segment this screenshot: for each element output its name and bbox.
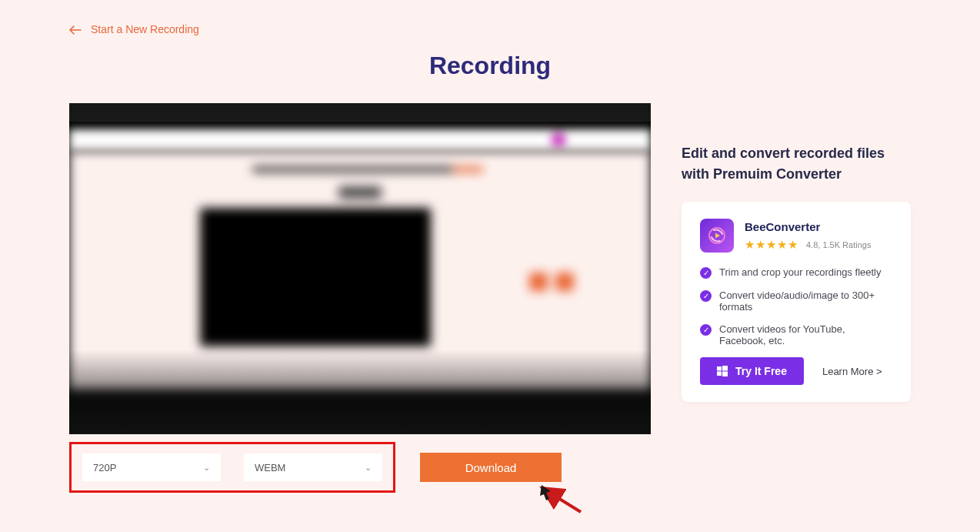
resolution-select[interactable]: 720P ⌄ [82,453,221,481]
chevron-down-icon: ⌄ [203,463,210,473]
feature-item: ✓Convert video/audio/image to 300+ forma… [700,289,892,313]
back-link-label: Start a New Recording [91,23,199,35]
try-free-button[interactable]: Try It Free [700,357,804,385]
svg-rect-4 [717,372,722,376]
svg-rect-3 [722,366,728,371]
star-rating-icon: ★★★★★ [745,238,798,252]
product-name: BeeConverter [745,220,871,233]
check-icon: ✓ [700,267,712,279]
svg-rect-5 [722,372,728,377]
check-icon: ✓ [700,324,712,336]
beeconverter-logo-icon [700,219,734,253]
chevron-down-icon: ⌄ [365,463,372,473]
recording-preview [69,103,651,434]
rating-text: 4.8, 1.5K Ratings [806,240,871,249]
format-value: WEBM [255,462,285,473]
feature-item: ✓Trim and crop your recordings fleetly [700,266,892,279]
learn-more-link[interactable]: Learn More > [822,366,882,377]
feature-item: ✓Convert videos for YouTube, Facebook, e… [700,323,892,346]
windows-icon [717,366,728,376]
arrow-left-icon [69,25,82,34]
format-select[interactable]: WEBM ⌄ [244,453,382,481]
promo-heading: Edit and convert recorded files with Pre… [682,143,911,185]
try-free-label: Try It Free [735,365,787,377]
options-highlight: 720P ⌄ WEBM ⌄ [69,442,395,493]
promo-card: BeeConverter ★★★★★ 4.8, 1.5K Ratings ✓Tr… [682,202,911,402]
check-icon: ✓ [700,290,712,302]
svg-marker-1 [715,233,720,239]
page-title: Recording [31,52,949,80]
resolution-value: 720P [93,462,116,473]
back-link[interactable]: Start a New Recording [69,23,199,35]
download-button-label: Download [465,461,517,474]
download-button[interactable]: Download [420,453,562,482]
svg-rect-2 [717,366,722,371]
feature-list: ✓Trim and crop your recordings fleetly ✓… [700,266,892,346]
